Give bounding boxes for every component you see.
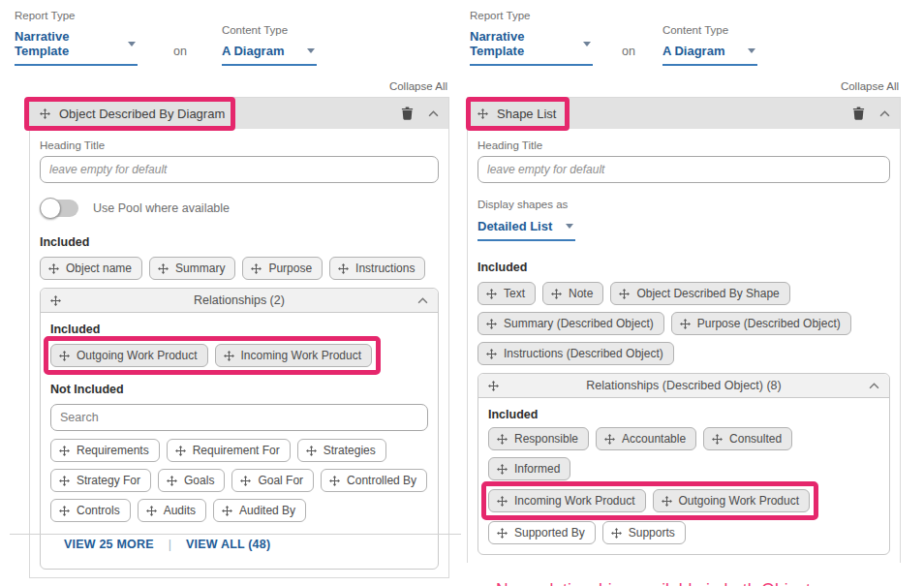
move-icon — [158, 263, 169, 274]
chip-label: Informed — [514, 462, 560, 476]
on-label: on — [622, 45, 635, 58]
move-icon — [712, 434, 723, 445]
relationship-chip[interactable]: Text — [477, 282, 536, 305]
move-icon — [551, 289, 562, 299]
relationship-chip[interactable]: Goals — [158, 469, 225, 492]
relationship-chip[interactable]: Requirement For — [167, 439, 291, 462]
relationship-chip[interactable]: Supports — [602, 521, 686, 544]
relationships-header[interactable]: Relationships (2) — [41, 289, 438, 313]
move-icon — [175, 446, 186, 456]
chip-label: Responsible — [514, 432, 578, 446]
relationship-chip[interactable]: Informed — [488, 457, 570, 480]
delete-section-icon[interactable] — [401, 107, 414, 120]
heading-title-input[interactable] — [477, 156, 890, 183]
included-chip-list: Incoming Work Product Outgoing Work Prod… — [488, 489, 810, 512]
chip-label: Summary — [175, 262, 225, 275]
move-icon[interactable] — [477, 108, 488, 119]
relationship-chip[interactable]: Object Described By Shape — [610, 282, 789, 305]
move-icon — [59, 351, 70, 361]
relationship-chip[interactable]: Audits — [138, 499, 206, 522]
relationship-chip[interactable]: Summary (Described Object) — [477, 312, 664, 335]
move-icon — [224, 351, 234, 361]
relationship-chip[interactable]: Outgoing Work Product — [653, 489, 811, 512]
relationship-chip[interactable]: Purpose — [242, 257, 323, 280]
relationship-chip[interactable]: Purpose (Described Object) — [671, 312, 851, 335]
relationship-chip[interactable]: Controls — [50, 499, 131, 522]
use-pool-toggle[interactable] — [42, 200, 78, 217]
relationship-chip[interactable]: Incoming Work Product — [488, 489, 646, 512]
move-icon — [338, 263, 349, 274]
relationship-chip[interactable]: Responsible — [488, 427, 589, 450]
move-icon — [619, 289, 630, 299]
chip-label: Incoming Work Product — [241, 349, 362, 362]
relationships-header[interactable]: Relationships (Described Object) (8) — [478, 374, 889, 398]
collapse-section-icon[interactable] — [428, 110, 439, 117]
included-chip-list: Responsible Accountable Consulted Inform… — [488, 427, 879, 480]
collapse-subsection-icon[interactable] — [869, 383, 879, 389]
chip-label: Text — [504, 287, 525, 300]
relationships-title: Relationships (Described Object) (8) — [478, 379, 889, 392]
included-chip-list: Supported By Supports — [488, 521, 879, 544]
collapse-all-link[interactable]: Collapse All — [467, 80, 899, 92]
section-header[interactable]: Object Described By Diagram — [30, 98, 448, 129]
relationships-subsection: Relationships (2) Included Outgoin — [40, 288, 439, 570]
move-icon — [240, 476, 251, 486]
relationship-chip[interactable]: Goal For — [231, 469, 314, 492]
relationship-chip[interactable]: Strategy For — [50, 469, 151, 492]
relationship-chip[interactable]: Instructions — [329, 257, 425, 280]
relationship-chip[interactable]: Note — [542, 282, 603, 305]
move-icon — [146, 506, 157, 516]
move-icon — [680, 319, 691, 329]
view-more-link[interactable]: VIEW 25 MORE — [64, 538, 154, 551]
relationship-chip[interactable]: Strategies — [297, 439, 386, 462]
included-label: Included — [40, 235, 439, 249]
move-icon — [59, 476, 70, 486]
move-icon — [497, 528, 508, 539]
move-icon — [486, 319, 497, 329]
move-icon — [59, 476, 70, 486]
caret-down-icon — [307, 48, 315, 53]
relationship-chip[interactable]: Summary — [149, 257, 235, 280]
move-icon[interactable] — [488, 381, 499, 391]
collapse-section-icon[interactable] — [879, 110, 890, 117]
move-icon[interactable] — [40, 108, 50, 119]
relationship-chip[interactable]: Supported By — [488, 521, 596, 544]
move-icon — [486, 319, 497, 329]
chip-label: Consulted — [729, 432, 782, 446]
relationship-chip[interactable]: Accountable — [596, 427, 696, 450]
included-chip-list: Text Note Object Described By Shape Summ… — [477, 282, 890, 365]
move-icon — [486, 349, 497, 359]
relationship-chip[interactable]: Consulted — [703, 427, 792, 450]
heading-title-input[interactable] — [40, 156, 439, 183]
content-type-select[interactable]: A Diagram — [662, 44, 757, 66]
relationship-chip[interactable]: Instructions (Described Object) — [477, 342, 674, 365]
relationship-chip[interactable]: Requirements — [50, 439, 160, 462]
content-type-select[interactable]: A Diagram — [222, 44, 317, 66]
section-header[interactable]: Shape List — [468, 98, 900, 129]
included-label: Included — [477, 261, 890, 274]
move-icon — [329, 476, 340, 486]
move-icon — [329, 476, 340, 486]
relationship-chip[interactable]: Controlled By — [321, 469, 427, 492]
move-icon — [619, 289, 630, 299]
relationship-chip[interactable]: Object name — [40, 257, 142, 280]
chip-label: Purpose (Described Object) — [697, 317, 841, 330]
relationship-chip[interactable]: Incoming Work Product — [215, 344, 373, 367]
delete-section-icon[interactable] — [852, 107, 865, 120]
report-type-select[interactable]: Narrative Template — [15, 29, 138, 66]
collapse-all-link[interactable]: Collapse All — [29, 80, 447, 92]
page-divider-line — [10, 534, 461, 535]
move-icon[interactable] — [50, 295, 61, 306]
view-all-link[interactable]: VIEW ALL (48) — [186, 538, 270, 551]
relationship-chip[interactable]: Audited By — [213, 499, 306, 522]
chip-label: Supported By — [514, 526, 585, 540]
report-type-select[interactable]: Narrative Template — [470, 29, 593, 66]
collapse-subsection-icon[interactable] — [417, 297, 428, 304]
chip-label: Goals — [184, 474, 214, 487]
search-input[interactable] — [50, 404, 428, 431]
content-type-label: Content Type — [662, 24, 757, 36]
display-shapes-select[interactable]: Detailed List — [477, 219, 575, 241]
move-icon — [158, 263, 169, 274]
move-icon — [167, 476, 177, 486]
relationship-chip[interactable]: Outgoing Work Product — [50, 344, 208, 367]
